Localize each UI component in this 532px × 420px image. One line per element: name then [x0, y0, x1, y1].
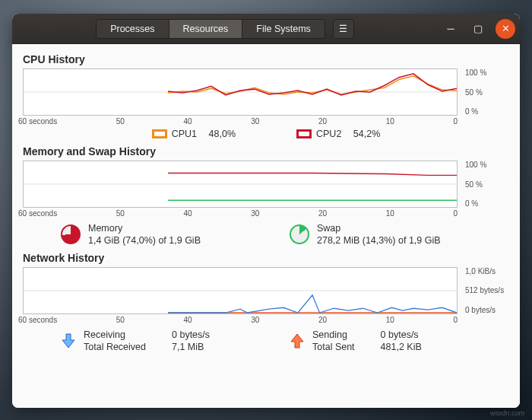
view-tabs: Processes Resources File Systems — [96, 19, 325, 39]
tab-resources[interactable]: Resources — [169, 20, 243, 38]
cpu2-swatch — [296, 129, 312, 138]
network-section-title: Network History — [23, 252, 509, 264]
content-area: CPU History 100 %50 %0 % 60 seconds50403… — [12, 44, 520, 408]
memswap-y-axis: 100 %50 %0 % — [462, 161, 509, 208]
sending-item[interactable]: SendingTotal Sent 0 bytes/s481,2 KiB — [290, 329, 509, 354]
memswap-chart — [23, 161, 458, 208]
watermark: wsxdn.com — [490, 409, 524, 417]
tab-processes[interactable]: Processes — [97, 20, 169, 38]
memswap-plot-svg — [24, 161, 457, 207]
network-chart — [23, 267, 458, 314]
memory-pie-icon — [61, 224, 81, 244]
network-x-axis: 60 seconds50403020100 — [23, 314, 509, 324]
memory-item[interactable]: Memory 1,4 GiB (74,0%) of 1,9 GiB — [61, 222, 280, 247]
titlebar: Processes Resources File Systems ☰ ─ ▢ ✕ — [12, 14, 520, 44]
swap-item[interactable]: Swap 278,2 MiB (14,3%) of 1,9 GiB — [290, 222, 509, 247]
minimize-icon: ─ — [447, 23, 454, 34]
swap-pie-icon — [290, 224, 309, 244]
network-y-axis: 1,0 KiB/s512 bytes/s0 bytes/s — [462, 267, 509, 314]
menu-icon: ☰ — [339, 24, 347, 34]
receiving-item[interactable]: ReceivingTotal Received 0 bytes/s7,1 MiB — [61, 329, 280, 354]
hamburger-menu-button[interactable]: ☰ — [333, 19, 354, 39]
close-icon: ✕ — [502, 23, 510, 34]
cpu-plot-svg — [24, 69, 457, 115]
cpu-section-title: CPU History — [23, 53, 509, 65]
minimize-button[interactable]: ─ — [441, 19, 461, 39]
memswap-section-title: Memory and Swap History — [23, 145, 509, 158]
upload-arrow-icon — [290, 332, 305, 349]
memswap-x-axis: 60 seconds50403020100 — [23, 208, 509, 218]
cpu1-swatch — [152, 129, 167, 138]
network-details: ReceivingTotal Received 0 bytes/s7,1 MiB… — [23, 324, 509, 354]
tab-filesystems[interactable]: File Systems — [242, 20, 325, 38]
cpu2-legend-item[interactable]: CPU2 54,2% — [296, 129, 380, 139]
maximize-icon: ▢ — [473, 23, 483, 34]
cpu1-legend-item[interactable]: CPU1 48,0% — [152, 129, 236, 139]
maximize-button[interactable]: ▢ — [468, 19, 488, 39]
system-monitor-window: Processes Resources File Systems ☰ ─ ▢ ✕… — [12, 14, 520, 408]
close-button[interactable]: ✕ — [496, 19, 515, 39]
cpu-legend: CPU1 48,0% CPU2 54,2% — [23, 126, 509, 141]
network-plot-svg — [24, 268, 457, 313]
cpu-chart — [23, 68, 458, 116]
cpu-y-axis: 100 %50 %0 % — [462, 68, 509, 116]
download-arrow-icon — [61, 332, 76, 349]
memswap-details: Memory 1,4 GiB (74,0%) of 1,9 GiB Swap 2… — [23, 218, 509, 247]
cpu-x-axis: 60 seconds50403020100 — [23, 116, 509, 126]
